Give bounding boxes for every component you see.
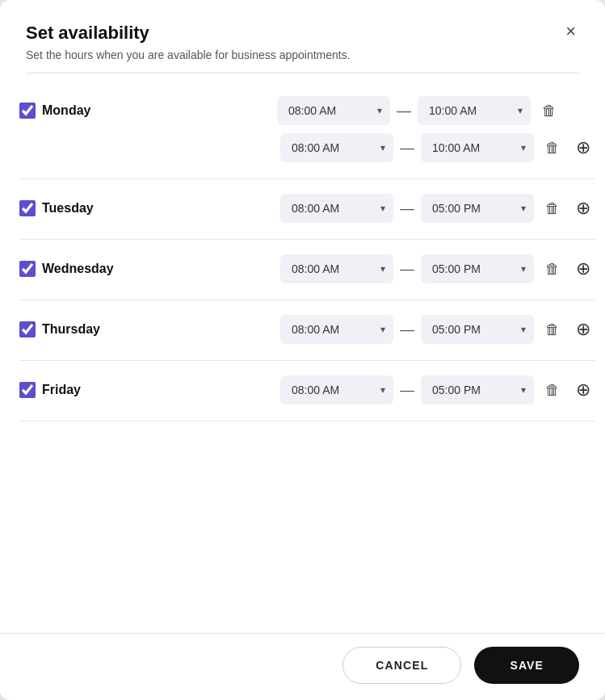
cancel-button[interactable]: CANCEL	[342, 647, 461, 684]
day-label-area-thursday: Thursday	[19, 321, 124, 337]
time-row-wednesday-0: 12:00 AM12:30 AM01:00 AM01:30 AM02:00 AM…	[132, 254, 595, 283]
close-button[interactable]: ×	[562, 23, 579, 40]
add-slot-wednesday[interactable]: ⊕	[571, 258, 595, 279]
day-label-area-friday: Friday	[19, 382, 124, 398]
day-row-thursday-0: Thursday12:00 AM12:30 AM01:00 AM01:30 AM…	[19, 315, 595, 344]
start-time-wednesday-0[interactable]: 12:00 AM12:30 AM01:00 AM01:30 AM02:00 AM…	[280, 254, 393, 283]
checkbox-tuesday[interactable]	[19, 200, 36, 216]
day-section-tuesday: Tuesday12:00 AM12:30 AM01:00 AM01:30 AM0…	[19, 179, 595, 240]
checkbox-wednesday[interactable]	[19, 261, 36, 277]
start-time-thursday-0[interactable]: 12:00 AM12:30 AM01:00 AM01:30 AM02:00 AM…	[280, 315, 393, 344]
add-slot-monday[interactable]: ⊕	[571, 137, 595, 158]
day-row-tuesday-0: Tuesday12:00 AM12:30 AM01:00 AM01:30 AM0…	[19, 194, 595, 223]
time-range-dash: —	[400, 261, 414, 278]
end-time-monday-1[interactable]: 12:00 AM12:30 AM01:00 AM01:30 AM02:00 AM…	[421, 133, 534, 162]
day-row-friday-0: Friday12:00 AM12:30 AM01:00 AM01:30 AM02…	[19, 375, 595, 404]
time-row-monday-0: 12:00 AM12:30 AM01:00 AM01:30 AM02:00 AM…	[132, 96, 595, 125]
time-row-tuesday-0: 12:00 AM12:30 AM01:00 AM01:30 AM02:00 AM…	[132, 194, 595, 223]
time-row-monday-1: 12:00 AM12:30 AM01:00 AM01:30 AM02:00 AM…	[132, 133, 595, 162]
delete-slot-tuesday-0[interactable]: 🗑	[540, 198, 565, 219]
checkbox-monday[interactable]	[19, 103, 36, 119]
day-label-area-wednesday: Wednesday	[19, 261, 124, 277]
delete-slot-wednesday-0[interactable]: 🗑	[540, 258, 565, 279]
time-row-friday-0: 12:00 AM12:30 AM01:00 AM01:30 AM02:00 AM…	[132, 375, 595, 404]
checkbox-friday[interactable]	[19, 382, 36, 398]
day-section-wednesday: Wednesday12:00 AM12:30 AM01:00 AM01:30 A…	[19, 240, 595, 300]
add-slot-friday[interactable]: ⊕	[571, 379, 595, 400]
day-label-tuesday: Tuesday	[42, 201, 94, 216]
day-section-thursday: Thursday12:00 AM12:30 AM01:00 AM01:30 AM…	[19, 300, 595, 361]
day-section-friday: Friday12:00 AM12:30 AM01:00 AM01:30 AM02…	[19, 361, 595, 421]
time-range-dash: —	[397, 103, 411, 119]
day-row-wednesday-0: Wednesday12:00 AM12:30 AM01:00 AM01:30 A…	[19, 254, 595, 283]
end-time-friday-0[interactable]: 12:00 AM12:30 AM01:00 AM01:30 AM02:00 AM…	[421, 375, 534, 404]
start-time-monday-0[interactable]: 12:00 AM12:30 AM01:00 AM01:30 AM02:00 AM…	[277, 96, 390, 125]
modal-title: Set availability	[26, 23, 149, 44]
modal-body: Monday12:00 AM12:30 AM01:00 AM01:30 AM02…	[0, 82, 605, 633]
end-time-monday-0[interactable]: 12:00 AM12:30 AM01:00 AM01:30 AM02:00 AM…	[418, 96, 531, 125]
modal-header: Set availability × Set the hours when yo…	[0, 0, 605, 82]
modal-footer: CANCEL SAVE	[0, 633, 605, 700]
set-availability-modal: Set availability × Set the hours when yo…	[0, 0, 605, 700]
save-button[interactable]: SAVE	[474, 647, 579, 684]
delete-slot-thursday-0[interactable]: 🗑	[540, 319, 565, 340]
day-label-wednesday: Wednesday	[42, 262, 114, 276]
day-row-monday-1: Monday12:00 AM12:30 AM01:00 AM01:30 AM02…	[19, 133, 595, 162]
time-range-dash: —	[400, 200, 414, 217]
day-label-area-tuesday: Tuesday	[19, 200, 124, 216]
end-time-tuesday-0[interactable]: 12:00 AM12:30 AM01:00 AM01:30 AM02:00 AM…	[421, 194, 534, 223]
time-row-thursday-0: 12:00 AM12:30 AM01:00 AM01:30 AM02:00 AM…	[132, 315, 595, 344]
end-time-thursday-0[interactable]: 12:00 AM12:30 AM01:00 AM01:30 AM02:00 AM…	[421, 315, 534, 344]
day-label-friday: Friday	[42, 383, 81, 397]
add-slot-tuesday[interactable]: ⊕	[571, 198, 595, 219]
day-label-monday: Monday	[42, 103, 90, 118]
delete-slot-friday-0[interactable]: 🗑	[540, 379, 565, 400]
time-range-dash: —	[400, 382, 414, 399]
day-section-monday: Monday12:00 AM12:30 AM01:00 AM01:30 AM02…	[19, 82, 595, 179]
add-slot-thursday[interactable]: ⊕	[571, 319, 595, 340]
header-divider	[26, 73, 579, 73]
start-time-tuesday-0[interactable]: 12:00 AM12:30 AM01:00 AM01:30 AM02:00 AM…	[280, 194, 393, 223]
day-label-thursday: Thursday	[42, 322, 100, 337]
end-time-wednesday-0[interactable]: 12:00 AM12:30 AM01:00 AM01:30 AM02:00 AM…	[421, 254, 534, 283]
day-label-area-monday: Monday	[19, 103, 124, 119]
time-range-dash: —	[400, 140, 414, 157]
day-row-monday-0: Monday12:00 AM12:30 AM01:00 AM01:30 AM02…	[19, 96, 595, 125]
delete-slot-monday-0[interactable]: 🗑	[537, 100, 561, 121]
checkbox-thursday[interactable]	[19, 321, 36, 337]
delete-slot-monday-1[interactable]: 🗑	[540, 137, 565, 158]
time-range-dash: —	[400, 321, 414, 338]
start-time-friday-0[interactable]: 12:00 AM12:30 AM01:00 AM01:30 AM02:00 AM…	[280, 375, 393, 404]
start-time-monday-1[interactable]: 12:00 AM12:30 AM01:00 AM01:30 AM02:00 AM…	[280, 133, 393, 162]
modal-subtitle: Set the hours when you are available for…	[26, 48, 579, 61]
